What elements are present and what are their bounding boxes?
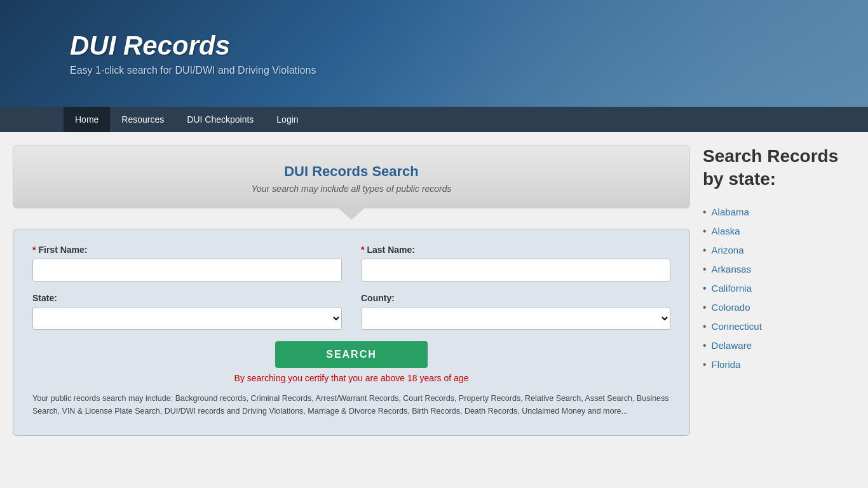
disclaimer-text: Your public records search may include: …: [32, 392, 670, 417]
search-btn-wrap: SEARCH: [32, 341, 670, 368]
county-select[interactable]: [361, 307, 670, 330]
list-item: Alabama: [703, 203, 855, 222]
county-label: County:: [361, 293, 670, 303]
last-name-input[interactable]: [361, 259, 670, 281]
name-row: *First Name: *Last Name:: [32, 245, 670, 281]
list-item: Florida: [703, 355, 855, 374]
header: DUI Records Easy 1-click search for DUI/…: [0, 0, 868, 107]
state-list: Alabama Alaska Arizona Arkansas Californ…: [703, 203, 855, 374]
state-group: State: Alabama Alaska Arizona Arkansas C…: [32, 293, 342, 330]
list-item: Alaska: [703, 222, 855, 241]
last-name-label: *Last Name:: [361, 245, 670, 255]
list-item: Arizona: [703, 241, 855, 260]
list-item: Arkansas: [703, 260, 855, 279]
search-form-box: *First Name: *Last Name: State: Alaba: [13, 229, 690, 436]
required-star-last: *: [361, 245, 364, 255]
list-item: Connecticut: [703, 317, 855, 336]
list-item: Delaware: [703, 336, 855, 355]
state-link-connecticut[interactable]: Connecticut: [712, 321, 762, 332]
nav-resources[interactable]: Resources: [110, 107, 175, 132]
required-star: *: [32, 245, 36, 255]
site-subtitle: Easy 1-click search for DUI/DWI and Driv…: [70, 65, 316, 76]
main-wrapper: DUI Records Search Your search may inclu…: [0, 132, 868, 449]
state-link-alaska[interactable]: Alaska: [712, 226, 740, 236]
sidebar-title: Search Records by state:: [703, 145, 855, 191]
site-title: DUI Records: [70, 30, 316, 61]
state-link-alabama[interactable]: Alabama: [712, 207, 749, 217]
age-certification: By searching you certify that you are ab…: [32, 373, 670, 383]
chevron-down-icon: [339, 208, 364, 220]
state-link-california[interactable]: California: [712, 283, 752, 294]
sidebar: Search Records by state: Alabama Alaska …: [696, 145, 862, 436]
content-area: DUI Records Search Your search may inclu…: [6, 145, 696, 436]
county-group: County:: [361, 293, 670, 330]
state-link-delaware[interactable]: Delaware: [712, 340, 752, 351]
first-name-input[interactable]: [32, 259, 342, 281]
list-item: California: [703, 279, 855, 298]
first-name-label: *First Name:: [32, 245, 342, 255]
header-content: DUI Records Easy 1-click search for DUI/…: [70, 30, 316, 76]
header-bg: [347, 0, 868, 107]
search-button[interactable]: SEARCH: [275, 341, 428, 368]
state-county-row: State: Alabama Alaska Arizona Arkansas C…: [32, 293, 670, 330]
nav-login[interactable]: Login: [265, 107, 309, 132]
search-header-box: DUI Records Search Your search may inclu…: [13, 145, 690, 208]
last-name-group: *Last Name:: [361, 245, 670, 281]
state-link-florida[interactable]: Florida: [712, 359, 741, 370]
state-link-arizona[interactable]: Arizona: [712, 245, 744, 255]
state-link-arkansas[interactable]: Arkansas: [712, 264, 752, 274]
state-link-colorado[interactable]: Colorado: [712, 302, 750, 313]
state-label: State:: [32, 293, 342, 303]
nav-dui-checkpoints[interactable]: DUI Checkpoints: [175, 107, 265, 132]
nav-home[interactable]: Home: [64, 107, 110, 132]
first-name-group: *First Name:: [32, 245, 342, 281]
main-nav: Home Resources DUI Checkpoints Login: [0, 107, 868, 132]
search-box-title: DUI Records Search: [26, 163, 677, 180]
state-select[interactable]: Alabama Alaska Arizona Arkansas Californ…: [32, 307, 342, 330]
search-box-subtitle: Your search may include all types of pub…: [26, 184, 677, 194]
list-item: Colorado: [703, 298, 855, 317]
